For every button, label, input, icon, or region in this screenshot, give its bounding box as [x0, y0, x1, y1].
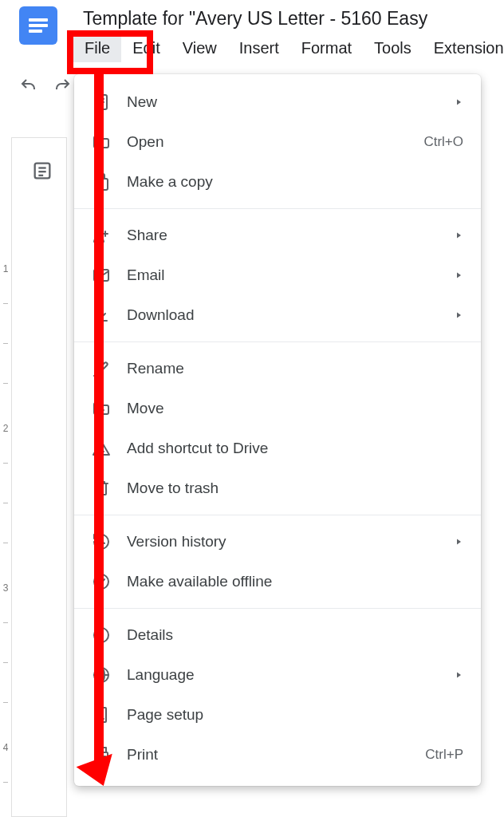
menu-separator [74, 515, 481, 515]
menubar-item-view[interactable]: View [171, 34, 228, 62]
menubar-item-insert[interactable]: Insert [228, 34, 290, 62]
menu-item-label: Make available offline [127, 573, 463, 590]
trash-icon [92, 479, 127, 498]
submenu-arrow-icon [454, 270, 463, 280]
menu-shortcut: Ctrl+O [423, 134, 463, 150]
submenu-arrow-icon [454, 97, 463, 107]
menu-item-details[interactable]: Details [74, 615, 481, 655]
menubar-item-format[interactable]: Format [290, 34, 363, 62]
menu-item-label: Rename [127, 360, 463, 377]
document-outline-icon[interactable] [22, 160, 62, 182]
docs-logo-icon[interactable] [19, 6, 57, 45]
menu-item-label: Email [127, 266, 454, 284]
svg-rect-33 [96, 708, 106, 722]
menu-item-add-shortcut-to-drive[interactable]: Add shortcut to Drive [74, 428, 481, 468]
menubar-item-file[interactable]: File [73, 34, 121, 62]
menubar-item-tools[interactable]: Tools [363, 34, 423, 62]
menu-item-label: Open [127, 133, 423, 151]
svg-marker-8 [457, 100, 461, 105]
menu-item-label: Language [127, 666, 454, 684]
menu-separator [74, 608, 481, 609]
download-icon [92, 306, 127, 325]
svg-marker-13 [457, 233, 461, 239]
menubar: FileEditViewInsertFormatToolsExtensions [73, 34, 504, 62]
menu-item-language[interactable]: Language [74, 655, 481, 695]
svg-point-10 [96, 230, 101, 235]
menu-item-share[interactable]: Share [74, 215, 481, 255]
page-icon [92, 705, 127, 724]
driveadd-icon [92, 439, 127, 458]
svg-marker-15 [457, 273, 461, 278]
menu-item-page-setup[interactable]: Page setup [74, 695, 481, 735]
history-icon [92, 532, 127, 551]
menu-item-label: Move to trash [127, 480, 463, 497]
menu-item-label: Details [127, 626, 463, 644]
submenu-arrow-icon [454, 310, 463, 320]
menu-item-new[interactable]: New [74, 82, 481, 122]
menu-item-label: Move [127, 400, 463, 417]
menu-item-label: Version history [127, 533, 454, 551]
offline-icon [92, 572, 127, 591]
menu-item-label: Make a copy [127, 173, 463, 191]
menu-shortcut: Ctrl+P [425, 747, 463, 763]
menu-item-move[interactable]: Move [74, 389, 481, 428]
doc-icon [92, 93, 127, 112]
svg-point-28 [100, 631, 102, 633]
menu-separator [74, 208, 481, 209]
menu-item-print[interactable]: PrintCtrl+P [74, 735, 481, 775]
svg-marker-16 [457, 313, 461, 318]
submenu-arrow-icon [454, 670, 463, 680]
file-menu-dropdown: NewOpenCtrl+OMake a copyShareEmailDownlo… [74, 74, 481, 786]
menu-item-label: Print [127, 746, 425, 764]
copy-icon [92, 172, 127, 191]
menubar-item-edit[interactable]: Edit [121, 34, 171, 62]
menu-item-make-available-offline[interactable]: Make available offline [74, 562, 481, 602]
svg-point-25 [94, 574, 108, 589]
menu-item-label: Share [127, 227, 454, 244]
menu-item-make-a-copy[interactable]: Make a copy [74, 162, 481, 202]
menubar-item-extensions[interactable]: Extensions [423, 34, 504, 62]
print-icon [92, 745, 127, 764]
undo-icon[interactable] [19, 77, 38, 96]
share-icon [92, 226, 127, 245]
menu-item-rename[interactable]: Rename [74, 349, 481, 389]
rename-icon [92, 359, 127, 378]
menu-item-open[interactable]: OpenCtrl+O [74, 122, 481, 162]
page-edge [11, 137, 67, 817]
menu-item-label: Add shortcut to Drive [127, 440, 463, 457]
header-bar: Template for "Avery US Letter - 5160 Eas… [0, 0, 504, 62]
menu-item-email[interactable]: Email [74, 255, 481, 295]
vertical-ruler: 1234 [0, 144, 11, 817]
svg-marker-24 [457, 539, 461, 545]
svg-rect-9 [98, 179, 108, 190]
submenu-arrow-icon [454, 231, 463, 240]
folder-icon [92, 132, 127, 152]
menu-item-label: Page setup [127, 706, 463, 724]
svg-marker-32 [457, 673, 461, 678]
menu-item-label: New [127, 93, 454, 111]
menu-item-move-to-trash[interactable]: Move to trash [74, 468, 481, 508]
menu-item-version-history[interactable]: Version history [74, 522, 481, 562]
menu-separator [74, 341, 481, 342]
submenu-arrow-icon [454, 537, 463, 547]
move-icon [92, 399, 127, 418]
document-title[interactable]: Template for "Avery US Letter - 5160 Eas… [73, 6, 504, 34]
svg-rect-21 [96, 483, 106, 495]
redo-icon[interactable] [53, 77, 72, 96]
mail-icon [92, 266, 127, 285]
globe-icon [92, 665, 127, 685]
menu-item-download[interactable]: Download [74, 295, 481, 335]
menu-item-label: Download [127, 306, 454, 324]
info-icon [92, 626, 127, 645]
